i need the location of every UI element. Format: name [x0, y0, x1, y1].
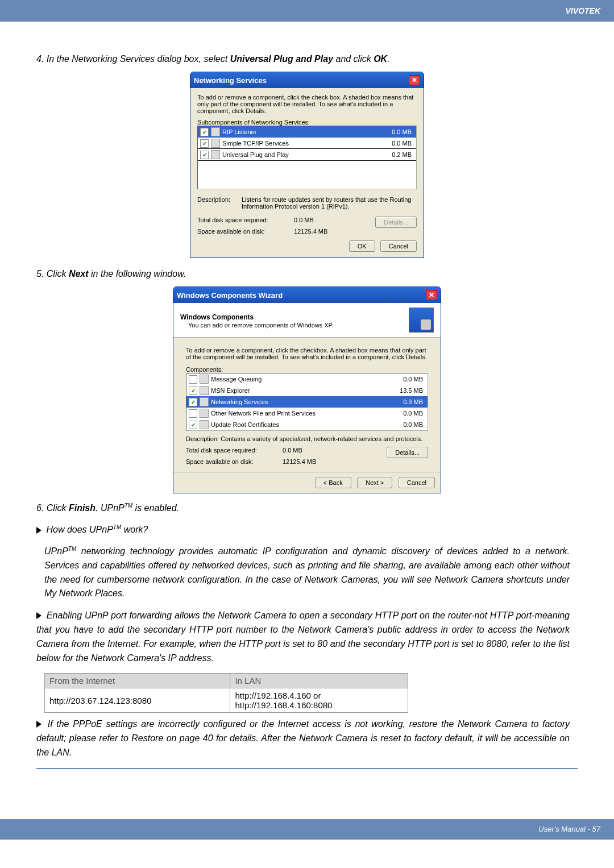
ns-sub-label: Subcomponents of Networking Services: [197, 119, 417, 126]
table-cell-lan: http://192.168.4.160 or http://192.168.4… [230, 688, 408, 713]
table-header-internet: From the Internet [45, 674, 230, 688]
list-item[interactable]: ✔ MSN Explorer 13.5 MB [186, 385, 428, 396]
step5-bold: Next [69, 269, 89, 279]
ns-avail-label: Space available on disk: [197, 228, 294, 235]
component-icon [200, 409, 209, 418]
q1-heading: How does UPnPTM work? [36, 524, 578, 535]
ns-intro: To add or remove a component, click the … [197, 94, 417, 114]
list-item[interactable]: ✔ RIP Listener 0.0 MB [198, 126, 416, 138]
back-button[interactable]: < Back [315, 477, 351, 488]
q1-suffix: work? [121, 525, 148, 535]
wizard-logo-icon [409, 308, 434, 333]
wiz-row-name: Networking Services [211, 398, 383, 405]
ns-list[interactable]: ✔ RIP Listener 0.0 MB ✔ Simple TCP/IP Se… [197, 126, 417, 189]
step6-d: is enabled. [132, 503, 179, 513]
q1-prefix: How does UPnP [46, 525, 113, 535]
wiz-row-name: Update Root Certificates [211, 421, 383, 428]
list-item[interactable]: Message Queuing 0.0 MB [186, 373, 428, 385]
checkbox-icon[interactable]: ✔ [189, 421, 197, 429]
component-icon [200, 375, 209, 384]
step6-b: Finish [69, 503, 96, 513]
cancel-button[interactable]: Cancel [399, 477, 435, 488]
wiz-titlebar: Windows Components Wizard ✕ [173, 287, 441, 303]
checkbox-icon[interactable] [189, 409, 197, 418]
checkbox-icon[interactable]: ✔ [189, 387, 197, 395]
wiz-comp-label: Components: [186, 366, 428, 373]
step5-text: 5. Click Next in the following window. [36, 267, 578, 281]
details-button: Details... [375, 217, 417, 228]
wiz-avail-label: Space available on disk: [186, 458, 283, 465]
checkbox-icon[interactable]: ✔ [200, 139, 209, 148]
ns-row-name: Simple TCP/IP Services [222, 140, 372, 147]
ns-total-label: Total disk space required: [197, 217, 294, 228]
list-item[interactable]: ✔ Networking Services 0.3 MB [186, 396, 428, 408]
component-icon [211, 150, 220, 159]
lan-line2: http://192.168.4.160:8080 [235, 700, 332, 710]
ns-avail-val: 12125.4 MB [294, 228, 327, 235]
header-bar: VIVOTEK [0, 0, 614, 22]
ns-row-name: RIP Listener [222, 128, 372, 135]
step4-bold2: OK [374, 54, 387, 64]
close-icon[interactable]: ✕ [426, 290, 437, 300]
wiz-title: Windows Components Wizard [177, 291, 283, 300]
page-content: 4. In the Networking Services dialog box… [0, 22, 614, 785]
components-wizard-dialog: Windows Components Wizard ✕ Windows Comp… [173, 286, 441, 493]
wiz-row-size: 0.0 MB [383, 410, 425, 417]
wiz-desc: Description: Contains a variety of speci… [186, 435, 428, 442]
wiz-row-name: Message Queuing [211, 376, 383, 383]
arrow-icon [36, 721, 42, 728]
ns-desc-label: Description: [197, 196, 237, 210]
checkbox-icon[interactable]: ✔ [200, 128, 209, 136]
next-button[interactable]: Next > [357, 477, 392, 488]
component-icon [211, 139, 220, 148]
wiz-row-size: 13.5 MB [383, 387, 425, 394]
wiz-total-label: Total disk space required: [186, 447, 283, 458]
wiz-header-b: Windows Components [180, 313, 254, 321]
component-icon [200, 386, 209, 395]
networking-services-dialog: Networking Services ✕ To add or remove a… [190, 72, 424, 258]
arrow-icon [36, 612, 42, 619]
footer-text: User's Manual - 57 [538, 825, 600, 833]
checkbox-icon[interactable]: ✔ [200, 151, 209, 159]
component-icon [211, 127, 220, 136]
step4-bold1: Universal Plug and Play [230, 54, 333, 64]
wiz-row-name: MSN Explorer [211, 387, 383, 394]
para3: If the PPPoE settings are incorrectly co… [36, 717, 570, 759]
wiz-row-size: 0.0 MB [383, 376, 425, 383]
ok-button[interactable]: OK [349, 240, 375, 252]
step6-c: . UPnP [96, 503, 125, 513]
para2: Enabling UPnP port forwarding allows the… [36, 609, 570, 665]
step6-text: 6. Click Finish. UPnPTM is enabled. [36, 501, 578, 515]
checkbox-icon[interactable]: ✔ [189, 398, 197, 406]
component-icon [200, 397, 209, 406]
cancel-button[interactable]: Cancel [380, 240, 417, 252]
wiz-header-sub: You can add or remove components of Wind… [180, 322, 334, 329]
wiz-intro: To add or remove a component, click the … [186, 347, 428, 360]
ns-titlebar: Networking Services ✕ [190, 72, 424, 88]
para3-text: If the PPPoE settings are incorrectly co… [36, 719, 570, 757]
list-item[interactable]: Other Network File and Print Services 0.… [186, 408, 428, 419]
ns-row-size: 0.0 MB [372, 128, 414, 135]
wiz-total-val: 0.0 MB [283, 447, 302, 458]
close-icon[interactable]: ✕ [409, 75, 420, 85]
footer-bar: User's Manual - 57 [0, 819, 614, 840]
ns-desc-text: Listens for route updates sent by router… [242, 196, 417, 210]
ns-row-name: Universal Plug and Play [222, 151, 372, 158]
list-item[interactable]: ✔ Update Root Certificates 0.0 MB [186, 419, 428, 430]
brand-text: VIVOTEK [566, 6, 600, 15]
divider [36, 768, 578, 769]
details-button[interactable]: Details... [387, 447, 428, 458]
checkbox-icon[interactable] [189, 375, 197, 384]
list-item[interactable]: ✔ Simple TCP/IP Services 0.0 MB [198, 138, 416, 149]
address-table: From the Internet In LAN http://203.67.1… [44, 673, 408, 713]
para1: UPnPTM networking technology provides au… [44, 545, 570, 601]
lan-line1: http://192.168.4.160 or [235, 691, 321, 700]
arrow-icon [36, 527, 42, 534]
component-icon [200, 420, 209, 429]
list-item[interactable]: ✔ Universal Plug and Play 0.2 MB [198, 149, 416, 160]
wiz-avail-val: 12125.4 MB [283, 458, 316, 465]
wiz-list[interactable]: Message Queuing 0.0 MB ✔ MSN Explorer 13… [186, 373, 428, 431]
ns-total-val: 0.0 MB [294, 217, 314, 228]
wiz-row-name: Other Network File and Print Services [211, 410, 383, 417]
table-header-lan: In LAN [230, 674, 408, 688]
